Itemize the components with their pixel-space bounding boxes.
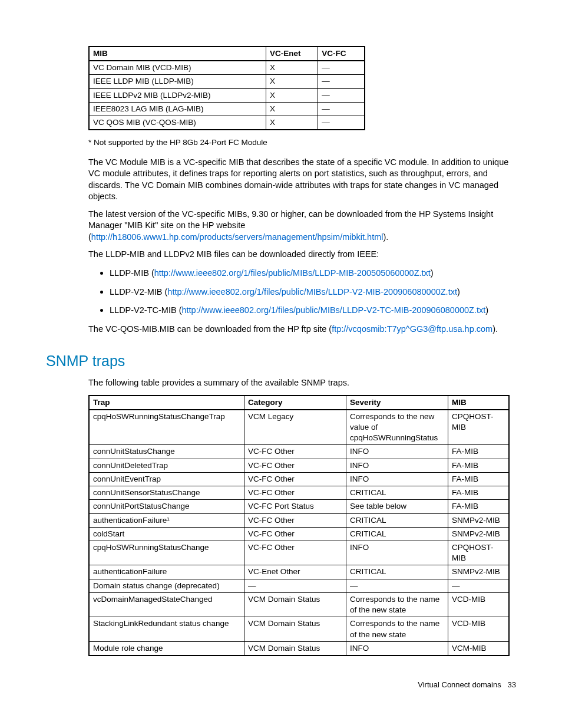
table-row: Domain status change (deprecated)——— xyxy=(89,579,509,592)
table-cell: Corresponds to the new value of cpqHoSWR… xyxy=(346,410,448,445)
download-link[interactable]: http://www.ieee802.org/1/files/public/MI… xyxy=(181,305,485,315)
table-cell: VCM Domain Status xyxy=(244,617,346,641)
table-row: connUnitSensorStatusChangeVC-FC OtherCRI… xyxy=(89,486,509,500)
col-vcenet: VC-Enet xyxy=(266,47,318,61)
table-cell: VC-FC Other xyxy=(244,472,346,486)
col-severity: Severity xyxy=(346,396,448,410)
list-item: LLDP-V2-MIB (http://www.ieee802.org/1/fi… xyxy=(110,285,516,298)
table-cell: cpqHoSWRunningStatusChangeTrap xyxy=(89,410,244,445)
table-cell: VCD-MIB xyxy=(448,617,510,641)
table-cell: X xyxy=(266,61,318,75)
mibkit-link[interactable]: http://h18006.www1.hp.com/products/serve… xyxy=(91,232,384,242)
table-cell: VC-FC Other xyxy=(244,541,346,565)
ftp-link[interactable]: ftp://vcqosmib:T7yp^GG3@ftp.usa.hp.com xyxy=(332,324,492,334)
table-cell: CRITICAL xyxy=(346,565,448,579)
page-footer: Virtual Connect domains 33 xyxy=(46,680,516,690)
table-cell: X xyxy=(266,116,318,130)
table-row: cpqHoSWRunningStatusChangeTrapVCM Legacy… xyxy=(89,410,509,445)
paragraph: The latest version of the VC-specific MI… xyxy=(88,209,516,243)
table-cell: CRITICAL xyxy=(346,513,448,527)
table-row: vcDomainManagedStateChangedVCM Domain St… xyxy=(89,592,509,617)
col-mib: MIB xyxy=(89,47,266,61)
table-cell: authenticationFailure xyxy=(89,565,244,579)
table-cell: VC QOS MIB (VC-QOS-MIB) xyxy=(89,116,266,130)
download-link[interactable]: http://www.ieee802.org/1/files/public/MI… xyxy=(154,268,431,278)
text: ) xyxy=(431,268,434,278)
table-cell: — xyxy=(448,579,510,592)
table-cell: VC-FC Other xyxy=(244,513,346,527)
table-row: connUnitEventTrapVC-FC OtherINFOFA-MIB xyxy=(89,472,509,486)
table-cell: — xyxy=(318,88,365,102)
page-number: 33 xyxy=(508,680,516,689)
table-cell: SNMPv2-MIB xyxy=(448,565,510,579)
table-cell: VC-FC Other xyxy=(244,459,346,472)
col-mib: MIB xyxy=(448,396,510,410)
footnote: * Not supported by the HP 8Gb 24-Port FC… xyxy=(88,137,516,148)
table-row: connUnitDeletedTrapVC-FC OtherINFOFA-MIB xyxy=(89,459,509,472)
table-cell: Corresponds to the name of the new state xyxy=(346,592,448,617)
table-cell: IEEE LLDPv2 MIB (LLDPv2-MIB) xyxy=(89,88,266,102)
table-row: coldStartVC-FC OtherCRITICALSNMPv2-MIB xyxy=(89,527,509,541)
table-cell: — xyxy=(318,61,365,75)
table-cell: vcDomainManagedStateChanged xyxy=(89,592,244,617)
table-cell: SNMPv2-MIB xyxy=(448,527,510,541)
text: LLDP-MIB ( xyxy=(110,268,154,278)
paragraph: The LLDP-MIB and LLDPv2 MIB files can be… xyxy=(88,249,516,261)
table-cell: FA-MIB xyxy=(448,486,510,500)
list-item: LLDP-V2-TC-MIB (http://www.ieee802.org/1… xyxy=(110,304,516,317)
text: The VC-QOS-MIB.MIB can be downloaded fro… xyxy=(88,324,332,334)
download-list: LLDP-MIB (http://www.ieee802.org/1/files… xyxy=(88,266,516,317)
table-cell: VCM Legacy xyxy=(244,410,346,445)
table-cell: X xyxy=(266,102,318,116)
col-trap: Trap xyxy=(89,396,244,410)
table-row: IEEE LLDP MIB (LLDP-MIB)X— xyxy=(89,75,365,88)
text: LLDP-V2-MIB ( xyxy=(110,287,167,297)
table-cell: CRITICAL xyxy=(346,486,448,500)
table-cell: CRITICAL xyxy=(346,527,448,541)
table-cell: connUnitStatusChange xyxy=(89,445,244,459)
table-cell: FA-MIB xyxy=(448,459,510,472)
table-cell: INFO xyxy=(346,472,448,486)
table-cell: VC Domain MIB (VCD-MIB) xyxy=(89,61,266,75)
table-cell: — xyxy=(318,75,365,88)
footer-text: Virtual Connect domains xyxy=(418,680,501,689)
table-cell: coldStart xyxy=(89,527,244,541)
table-row: IEEE8023 LAG MIB (LAG-MIB)X— xyxy=(89,102,365,116)
table-cell: INFO xyxy=(346,459,448,472)
table-cell: FA-MIB xyxy=(448,445,510,459)
download-link[interactable]: http://www.ieee802.org/1/files/public/MI… xyxy=(167,287,457,297)
table-cell: CPQHOST-MIB xyxy=(448,541,510,565)
table-row: connUnitStatusChangeVC-FC OtherINFOFA-MI… xyxy=(89,445,509,459)
table-cell: connUnitEventTrap xyxy=(89,472,244,486)
table-row: VC Domain MIB (VCD-MIB)X— xyxy=(89,61,365,75)
table-cell: connUnitDeletedTrap xyxy=(89,459,244,472)
col-category: Category xyxy=(244,396,346,410)
table-cell: — xyxy=(318,116,365,130)
table-row: VC QOS MIB (VC-QOS-MIB)X— xyxy=(89,116,365,130)
table-row: authenticationFailureVC-Enet OtherCRITIC… xyxy=(89,565,509,579)
table-cell: VC-FC Other xyxy=(244,527,346,541)
list-item: LLDP-MIB (http://www.ieee802.org/1/files… xyxy=(110,266,516,279)
section-heading: SNMP traps xyxy=(46,351,516,371)
table-cell: — xyxy=(318,102,365,116)
table-row: Module role changeVCM Domain StatusINFOV… xyxy=(89,641,509,655)
table-cell: VCM-MIB xyxy=(448,641,510,655)
table-cell: IEEE8023 LAG MIB (LAG-MIB) xyxy=(89,102,266,116)
table-cell: VC-FC Other xyxy=(244,486,346,500)
table-cell: IEEE LLDP MIB (LLDP-MIB) xyxy=(89,75,266,88)
table-cell: VC-FC Port Status xyxy=(244,500,346,513)
text: ). xyxy=(383,232,388,242)
paragraph: The VC-QOS-MIB.MIB can be downloaded fro… xyxy=(88,324,516,335)
table-cell: authenticationFailure¹ xyxy=(89,513,244,527)
col-vcfc: VC-FC xyxy=(318,47,365,61)
table-cell: Module role change xyxy=(89,641,244,655)
table-row: connUnitPortStatusChangeVC-FC Port Statu… xyxy=(89,500,509,513)
table-cell: FA-MIB xyxy=(448,500,510,513)
table-row: IEEE LLDPv2 MIB (LLDPv2-MIB)X— xyxy=(89,88,365,102)
table-cell: — xyxy=(346,579,448,592)
table-cell: X xyxy=(266,75,318,88)
table-cell: INFO xyxy=(346,445,448,459)
table-cell: See table below xyxy=(346,500,448,513)
table-row: StackingLinkRedundant status changeVCM D… xyxy=(89,617,509,641)
table-cell: SNMPv2-MIB xyxy=(448,513,510,527)
